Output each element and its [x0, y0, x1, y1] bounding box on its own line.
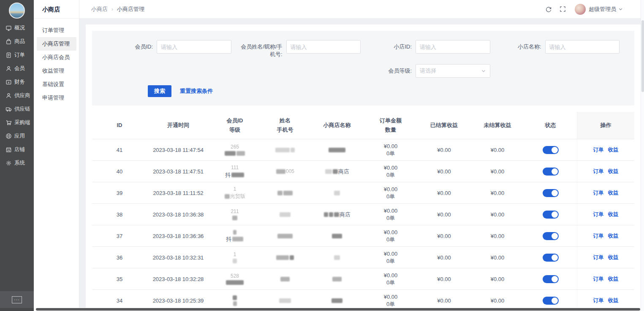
sidebar-item-7[interactable]: 采购端 [0, 116, 34, 129]
sidebar-item-label: 订单 [14, 51, 25, 59]
content-card: 会员ID:会员姓名/昵称/手机号:小店ID:小店名称:会员等级:请选择 搜索 重… [86, 24, 641, 311]
secondary-sidebar: 小商店 订单管理小商店管理小商店会员收益管理基础设置申请管理 [34, 0, 79, 311]
table-cell: 2023-03-18 11:47:51 [147, 161, 209, 182]
search-field: 会员等级:请选择 [366, 64, 490, 78]
income-link[interactable]: 收益 [608, 297, 619, 304]
user-menu[interactable]: 超级管理员 [589, 5, 623, 13]
logo-wrap [0, 1, 34, 20]
horizontal-scrollbar-thumb[interactable] [36, 308, 640, 311]
table-cell: 265 [209, 139, 260, 160]
redacted-block [280, 277, 290, 281]
sidebar-item-8[interactable]: 应用 [0, 129, 34, 143]
table-row: 362023-03-18 10:32:311¥0.000单¥0.00¥0.00订… [92, 247, 634, 268]
table-cell: 2023-03-18 10:32:28 [147, 268, 209, 289]
sidebar-more-button[interactable]: ··· [12, 296, 22, 303]
reset-search-link[interactable]: 重置搜索条件 [180, 87, 213, 95]
redacted-block [324, 212, 328, 217]
status-toggle[interactable] [543, 168, 559, 176]
sidebar-item-2[interactable]: 订单 [0, 48, 34, 62]
sidebar-item-5[interactable]: 供应商 [0, 89, 34, 102]
income-link[interactable]: 收益 [608, 211, 619, 218]
redacted-block [325, 169, 332, 174]
bag-icon [5, 38, 12, 45]
status-toggle[interactable] [543, 146, 559, 154]
order-link[interactable]: 订单 [593, 211, 604, 218]
main-area: 小商店 › 小商店管理 超级管理员 会 [79, 0, 641, 311]
sidebar-item-3[interactable]: 会员 [0, 62, 34, 75]
table-cell: ¥0.00 [417, 182, 471, 203]
censored-text-fragment: 抖 [226, 235, 232, 243]
store-icon [5, 146, 12, 153]
breadcrumb-item-home[interactable]: 小商店 [91, 5, 108, 13]
income-link[interactable]: 收益 [608, 189, 619, 197]
refresh-icon[interactable] [545, 6, 552, 13]
subnav-item-3[interactable]: 收益管理 [37, 64, 76, 78]
status-toggle[interactable] [543, 232, 559, 240]
table-cell: 商店 [310, 161, 364, 182]
status-toggle[interactable] [543, 275, 559, 283]
member-name-input[interactable] [286, 40, 361, 54]
order-link[interactable]: 订单 [593, 146, 604, 154]
status-toggle[interactable] [543, 189, 559, 197]
breadcrumb-item-current: 小商店管理 [117, 5, 144, 13]
fullscreen-icon[interactable] [560, 6, 566, 13]
shop-name-input[interactable] [545, 40, 620, 54]
search-button[interactable]: 搜索 [148, 85, 171, 97]
order-link[interactable]: 订单 [593, 276, 604, 283]
field-label: 小店名称: [495, 40, 545, 51]
censored-text-fragment: 111 [231, 164, 239, 171]
table-cell: 订单收益 [577, 182, 634, 203]
sidebar-item-0[interactable]: 概况 [0, 21, 34, 35]
censored-text-fragment: 商店 [338, 168, 349, 175]
shop-id-input[interactable] [416, 40, 490, 54]
order-link[interactable]: 订单 [593, 189, 604, 197]
field-label: 会员ID: [107, 40, 157, 51]
income-link[interactable]: 收益 [608, 254, 619, 261]
status-toggle[interactable] [543, 211, 559, 219]
table-cell: 36 [92, 247, 147, 268]
status-toggle[interactable] [543, 297, 559, 305]
member-level-select[interactable]: 请选择 [416, 64, 490, 78]
income-link[interactable]: 收益 [608, 146, 619, 154]
vertical-scrollbar-thumb[interactable] [641, 20, 644, 92]
sidebar-item-4[interactable]: 财务 [0, 75, 34, 89]
redacted-block [280, 212, 291, 217]
subnav-item-5[interactable]: 申请管理 [37, 91, 76, 105]
income-link[interactable]: 收益 [608, 276, 619, 283]
member-id-input[interactable] [157, 40, 231, 54]
table-cell [260, 247, 310, 268]
order-link[interactable]: 订单 [593, 233, 604, 240]
table-cell: ¥0.000单 [364, 182, 417, 203]
table-cell: ¥0.00 [417, 225, 471, 246]
search-field: 会员ID: [107, 40, 231, 58]
status-toggle[interactable] [543, 254, 559, 262]
order-link[interactable]: 订单 [593, 254, 604, 261]
column-header: 操作 [577, 112, 634, 139]
select-placeholder: 请选择 [420, 67, 436, 75]
sidebar-item-10[interactable]: 系统 [0, 156, 34, 170]
order-link[interactable]: 订单 [593, 297, 604, 304]
subnav-item-4[interactable]: 基础设置 [37, 78, 76, 91]
vertical-scrollbar[interactable] [641, 0, 644, 311]
table-cell: 38 [92, 204, 147, 225]
table-cell: ¥0.00 [417, 161, 471, 182]
subnav-item-1[interactable]: 小商店管理 [37, 37, 76, 51]
subnav-item-0[interactable]: 订单管理 [37, 24, 76, 37]
sidebar-item-9[interactable]: 店铺 [0, 143, 34, 156]
search-panel: 会员ID:会员姓名/昵称/手机号:小店ID:小店名称:会员等级:请选择 搜索 重… [92, 31, 634, 105]
table-cell: ¥0.000单 [364, 268, 417, 289]
table-cell [524, 182, 577, 203]
table-cell: 1 [209, 247, 260, 268]
sidebar-item-6[interactable]: 供应链 [0, 102, 34, 116]
gear-icon [5, 160, 12, 166]
income-link[interactable]: 收益 [608, 168, 619, 175]
subnav-item-2[interactable]: 小商店会员 [37, 51, 76, 64]
order-link[interactable]: 订单 [593, 168, 604, 175]
income-link[interactable]: 收益 [608, 233, 619, 240]
chevron-down-icon [618, 7, 623, 11]
table-row: 352023-03-18 10:32:28528¥0.000单¥0.00¥0.0… [92, 268, 634, 290]
user-avatar[interactable] [575, 4, 586, 15]
sidebar-item-1[interactable]: 商品 [0, 35, 34, 48]
horizontal-scrollbar[interactable] [34, 308, 641, 311]
table-cell: 40 [92, 161, 147, 182]
